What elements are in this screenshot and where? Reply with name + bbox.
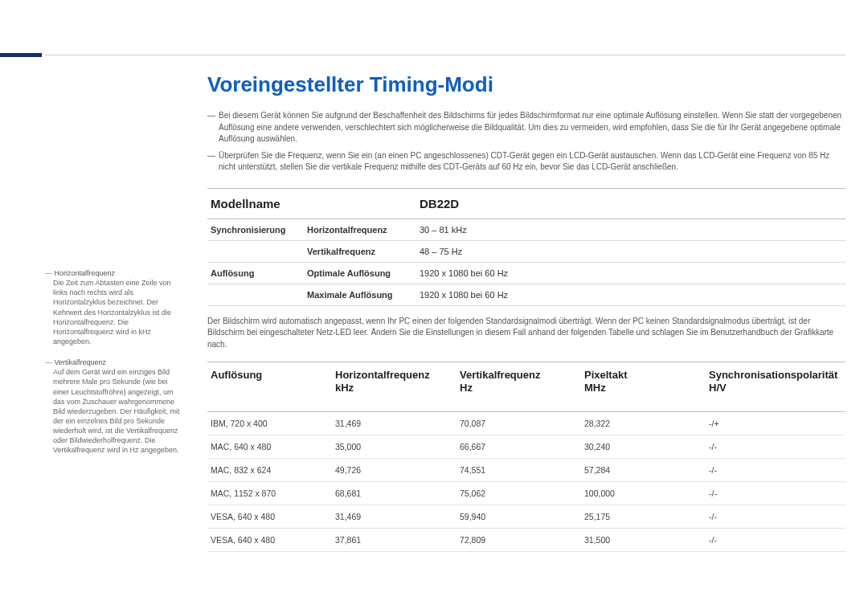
specs-header-label: Modellname — [207, 188, 416, 219]
mid-paragraph: Der Bildschirm wird automatisch angepass… — [207, 316, 845, 351]
table-row: VESA, 640 x 48037,86172,80931,500-/- — [207, 528, 845, 551]
page-title: Voreingestellter Timing-Modi — [207, 72, 845, 97]
notes-block: ―Bei diesem Gerät können Sie aufgrund de… — [207, 110, 845, 174]
specs-table: Modellname DB22D Synchronisierung Horizo… — [207, 188, 845, 306]
table-row: MAC, 640 x 48035,00066,66730,240-/- — [207, 435, 845, 458]
top-rule — [45, 55, 845, 55]
table-row: MAC, 832 x 62449,72674,55157,284-/- — [207, 458, 845, 481]
table-row: VESA, 640 x 48031,46959,94025,175-/- — [207, 505, 845, 528]
specs-header-value: DB22D — [416, 188, 845, 219]
table-row: MAC, 1152 x 87068,68175,062100,000-/- — [207, 481, 845, 505]
note-text: Überprüfen Sie die Frequenz, wenn Sie ei… — [219, 150, 845, 174]
accent-bar — [0, 53, 42, 57]
col-header: VertikalfrequenzHz — [457, 362, 581, 412]
timing-table: Auflösung HorizontalfrequenzkHz Vertikal… — [207, 362, 845, 552]
col-header: SynchronisationspolaritätH/V — [706, 362, 845, 412]
table-row: Vertikalfrequenz 48 – 75 Hz — [207, 240, 845, 262]
note-text: Bei diesem Gerät können Sie aufgrund der… — [219, 110, 845, 145]
table-row: IBM, 720 x 40031,46970,08728,322-/+ — [207, 411, 845, 435]
table-row: Auflösung Optimale Auflösung 1920 x 1080… — [207, 262, 845, 284]
col-header: Auflösung — [207, 362, 332, 412]
col-header: PixeltaktMHz — [581, 362, 706, 412]
col-header: HorizontalfrequenzkHz — [332, 362, 457, 412]
table-row: Synchronisierung Horizontalfrequenz 30 –… — [207, 219, 845, 240]
table-row: Maximale Auflösung 1920 x 1080 bei 60 Hz — [207, 284, 845, 305]
